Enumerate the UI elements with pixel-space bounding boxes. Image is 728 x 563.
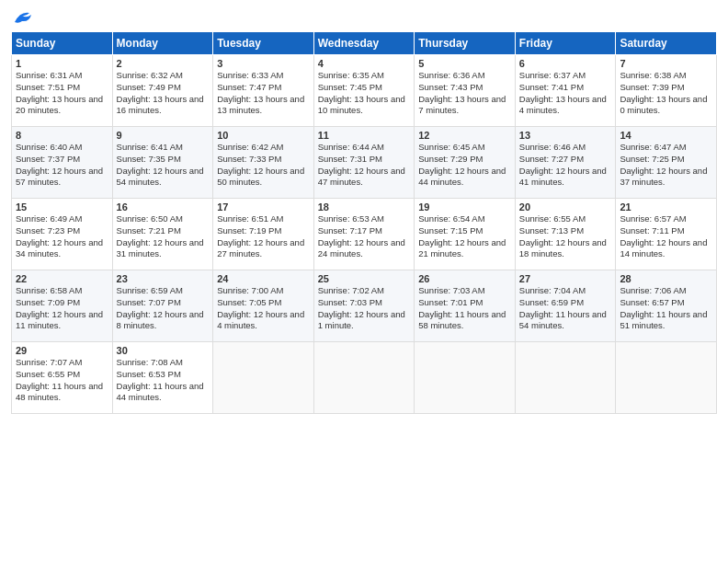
daylight-text: Daylight: 11 hours and 51 minutes. (620, 309, 707, 331)
day-number: 23 (117, 273, 210, 284)
sunrise-text: Sunrise: 6:44 AM (318, 142, 384, 152)
calendar-cell: 27 Sunrise: 7:04 AM Sunset: 6:59 PM Dayl… (515, 270, 616, 342)
daylight-text: Daylight: 11 hours and 54 minutes. (519, 309, 607, 331)
day-number: 30 (117, 345, 210, 356)
sunrise-text: Sunrise: 6:57 AM (620, 213, 686, 224)
sunset-text: Sunset: 7:33 PM (217, 154, 281, 164)
calendar-cell: 1 Sunrise: 6:31 AM Sunset: 7:51 PM Dayli… (12, 55, 113, 127)
calendar-cell: 24 Sunrise: 7:00 AM Sunset: 7:05 PM Dayl… (213, 270, 314, 342)
day-number: 18 (318, 201, 411, 213)
daylight-text: Daylight: 11 hours and 44 minutes. (117, 381, 204, 403)
sunrise-text: Sunrise: 6:54 AM (418, 213, 484, 224)
sunrise-text: Sunrise: 6:49 AM (16, 213, 82, 224)
sunset-text: Sunset: 7:05 PM (217, 297, 281, 307)
sunrise-text: Sunrise: 6:46 AM (519, 142, 586, 152)
sunset-text: Sunset: 7:41 PM (519, 82, 584, 92)
sunrise-text: Sunrise: 6:35 AM (318, 70, 384, 80)
day-number: 15 (16, 201, 108, 213)
day-number: 10 (217, 130, 310, 141)
sunrise-text: Sunrise: 7:00 AM (217, 285, 283, 295)
daylight-text: Daylight: 12 hours and 50 minutes. (217, 166, 304, 188)
day-number: 14 (620, 130, 712, 141)
daylight-text: Daylight: 13 hours and 4 minutes. (519, 94, 607, 116)
day-number: 11 (318, 130, 411, 141)
calendar-cell: 19 Sunrise: 6:54 AM Sunset: 7:15 PM Dayl… (415, 199, 516, 270)
col-friday: Friday (515, 32, 616, 55)
day-number: 2 (117, 58, 210, 69)
sunset-text: Sunset: 7:31 PM (318, 154, 382, 164)
col-monday: Monday (112, 32, 213, 55)
sunset-text: Sunset: 7:43 PM (418, 82, 483, 92)
sunset-text: Sunset: 7:35 PM (117, 154, 181, 164)
calendar-cell (415, 342, 516, 414)
day-number: 20 (519, 201, 612, 213)
calendar-cell: 3 Sunrise: 6:33 AM Sunset: 7:47 PM Dayli… (213, 55, 314, 127)
day-number: 19 (418, 201, 511, 213)
calendar-week-2: 8 Sunrise: 6:40 AM Sunset: 7:37 PM Dayli… (12, 127, 717, 199)
sunrise-text: Sunrise: 6:41 AM (117, 142, 183, 152)
day-number: 22 (16, 273, 108, 284)
sunset-text: Sunset: 7:29 PM (418, 154, 483, 164)
sunrise-text: Sunrise: 7:03 AM (418, 285, 484, 295)
sunset-text: Sunset: 7:21 PM (117, 225, 181, 236)
day-number: 7 (620, 58, 712, 69)
sunrise-text: Sunrise: 6:45 AM (418, 142, 484, 152)
daylight-text: Daylight: 13 hours and 13 minutes. (217, 94, 304, 116)
day-number: 5 (418, 58, 511, 69)
calendar-cell (616, 342, 717, 414)
sunset-text: Sunset: 6:59 PM (519, 297, 584, 307)
sunset-text: Sunset: 7:17 PM (318, 225, 382, 236)
calendar-cell: 20 Sunrise: 6:55 AM Sunset: 7:13 PM Dayl… (515, 199, 616, 270)
header-row-days: Sunday Monday Tuesday Wednesday Thursday… (12, 32, 717, 55)
calendar-week-3: 15 Sunrise: 6:49 AM Sunset: 7:23 PM Dayl… (12, 199, 717, 270)
daylight-text: Daylight: 12 hours and 18 minutes. (519, 237, 607, 259)
calendar-cell: 12 Sunrise: 6:45 AM Sunset: 7:29 PM Dayl… (415, 127, 516, 199)
sunset-text: Sunset: 7:49 PM (117, 82, 181, 92)
daylight-text: Daylight: 12 hours and 47 minutes. (318, 166, 405, 188)
col-sunday: Sunday (12, 32, 113, 55)
sunrise-text: Sunrise: 7:07 AM (16, 357, 82, 367)
logo (11, 9, 33, 26)
sunset-text: Sunset: 7:07 PM (117, 297, 181, 307)
daylight-text: Daylight: 12 hours and 34 minutes. (16, 237, 103, 259)
day-number: 25 (318, 273, 411, 284)
day-number: 16 (117, 201, 210, 213)
calendar-week-5: 29 Sunrise: 7:07 AM Sunset: 6:55 PM Dayl… (12, 342, 717, 414)
sunset-text: Sunset: 7:01 PM (418, 297, 483, 307)
daylight-text: Daylight: 12 hours and 31 minutes. (117, 237, 204, 259)
calendar-cell (313, 342, 415, 414)
sunrise-text: Sunrise: 6:47 AM (620, 142, 686, 152)
calendar-cell: 30 Sunrise: 7:08 AM Sunset: 6:53 PM Dayl… (112, 342, 213, 414)
daylight-text: Daylight: 12 hours and 14 minutes. (620, 237, 707, 259)
calendar-cell: 15 Sunrise: 6:49 AM Sunset: 7:23 PM Dayl… (12, 199, 113, 270)
calendar-cell: 10 Sunrise: 6:42 AM Sunset: 7:33 PM Dayl… (213, 127, 314, 199)
sunrise-text: Sunrise: 6:50 AM (117, 213, 183, 224)
sunrise-text: Sunrise: 6:51 AM (217, 213, 283, 224)
calendar-table: Sunday Monday Tuesday Wednesday Thursday… (11, 31, 717, 414)
calendar-cell: 29 Sunrise: 7:07 AM Sunset: 6:55 PM Dayl… (12, 342, 113, 414)
col-wednesday: Wednesday (313, 32, 415, 55)
sunrise-text: Sunrise: 6:33 AM (217, 70, 283, 80)
day-number: 28 (620, 273, 712, 284)
day-number: 4 (318, 58, 411, 69)
daylight-text: Daylight: 11 hours and 58 minutes. (418, 309, 506, 331)
day-number: 17 (217, 201, 310, 213)
sunset-text: Sunset: 7:45 PM (318, 82, 382, 92)
col-thursday: Thursday (415, 32, 516, 55)
calendar-cell (515, 342, 616, 414)
sunrise-text: Sunrise: 6:58 AM (16, 285, 82, 295)
sunrise-text: Sunrise: 7:02 AM (318, 285, 384, 295)
daylight-text: Daylight: 12 hours and 8 minutes. (117, 309, 204, 331)
sunrise-text: Sunrise: 6:42 AM (217, 142, 283, 152)
calendar-cell: 16 Sunrise: 6:50 AM Sunset: 7:21 PM Dayl… (112, 199, 213, 270)
sunset-text: Sunset: 7:37 PM (16, 154, 80, 164)
sunset-text: Sunset: 7:23 PM (16, 225, 80, 236)
sunset-text: Sunset: 7:11 PM (620, 225, 684, 236)
sunset-text: Sunset: 7:13 PM (519, 225, 584, 236)
calendar-cell: 18 Sunrise: 6:53 AM Sunset: 7:17 PM Dayl… (313, 199, 415, 270)
calendar-cell: 2 Sunrise: 6:32 AM Sunset: 7:49 PM Dayli… (112, 55, 213, 127)
calendar-cell: 8 Sunrise: 6:40 AM Sunset: 7:37 PM Dayli… (12, 127, 113, 199)
calendar-cell: 11 Sunrise: 6:44 AM Sunset: 7:31 PM Dayl… (313, 127, 415, 199)
daylight-text: Daylight: 12 hours and 37 minutes. (620, 166, 707, 188)
calendar-cell: 5 Sunrise: 6:36 AM Sunset: 7:43 PM Dayli… (415, 55, 516, 127)
